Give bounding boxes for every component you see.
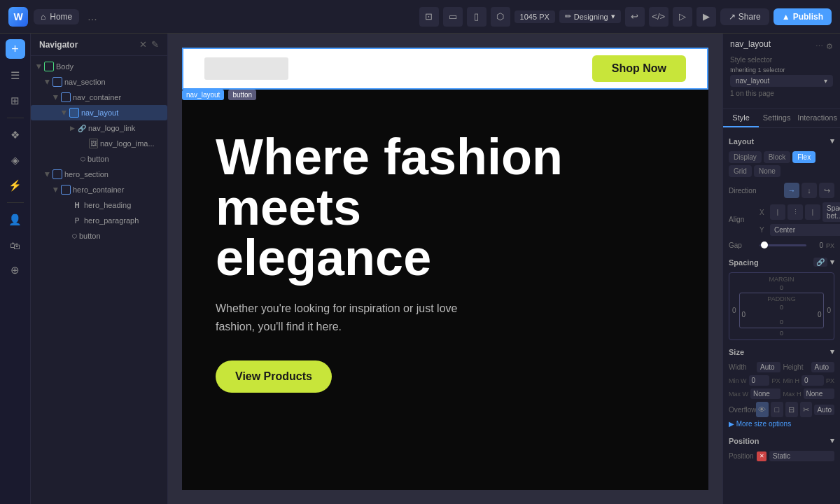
nav-item-hero-container[interactable]: ▶ hero_container [31,182,167,197]
add-element-button[interactable]: + [6,39,25,59]
phone-icon-button[interactable]: ▯ [467,7,486,27]
margin-bottom-value[interactable]: 0 [732,330,831,337]
max-w-input[interactable]: None [750,388,780,399]
home-tab-label: Home [50,12,72,22]
rp-more-icon[interactable]: ⋯ [816,42,823,51]
selector-dropdown-icon: ▾ [824,77,827,85]
overflow-value[interactable]: Auto [814,405,834,415]
ecommerce-icon-button[interactable]: 🛍 [4,234,27,256]
align-x-btn-1[interactable]: | [770,204,785,220]
nav-item-hero-section[interactable]: ▶ hero_section [31,167,167,182]
nav-para-icon: P [72,217,82,225]
users-icon-button[interactable]: 👤 [4,209,27,231]
spacing-link-icon[interactable]: 🔗 [813,258,827,267]
apps-icon-button[interactable]: ⊕ [4,259,27,281]
margin-top-value[interactable]: 0 [732,284,831,291]
dir-btn-right[interactable]: → [784,183,799,198]
height-input[interactable]: Auto [811,362,835,372]
layout-collapse-icon[interactable]: ▾ [830,136,834,146]
assets-icon-button[interactable]: ◈ [4,149,27,172]
nav-arrow-nav-logo-link: ▶ [70,125,75,132]
code-button[interactable]: </> [649,7,668,27]
width-input[interactable]: Auto [757,362,780,372]
align-x-dropdown[interactable]: Space bet... ▾ [822,202,840,222]
min-h-input[interactable]: 0 [802,375,824,386]
overflow-btn-scroll[interactable]: ⊟ [785,402,798,417]
overflow-btn-clip[interactable]: ✂ [800,402,813,417]
navigator-icon-button[interactable]: ☰ [4,64,27,87]
align-x-btn-2[interactable]: ⋮ [788,204,803,220]
nav-box-icon-nav-section [52,77,62,87]
display-btn-display[interactable]: Display [729,151,762,163]
padding-left[interactable]: 0 [742,311,746,318]
align-y-dropdown[interactable]: Center ▾ [770,224,840,236]
size-title-text: Size [729,348,744,356]
position-value[interactable]: Static [769,451,834,461]
shop-now-button[interactable]: Shop Now [592,55,686,82]
canvas-area[interactable]: Shop Now nav_layout button Where fashion… [168,34,722,504]
cms-icon-button[interactable]: ⚡ [4,174,27,197]
nav-item-hero-paragraph[interactable]: P hero_paragraph [31,213,167,228]
display-btn-block[interactable]: Block [764,151,790,163]
view-products-button[interactable]: View Products [216,360,332,393]
overflow-btn-hidden[interactable]: □ [771,402,783,417]
navigator-close-icon[interactable]: ✕ [139,39,147,50]
nav-label-hero-heading: hero_heading [84,201,131,209]
nav-item-hero-heading[interactable]: H hero_heading [31,197,167,213]
preview-wrapper: Shop Now nav_layout button Where fashion… [182,48,708,490]
components-icon-button[interactable]: ❖ [4,124,27,146]
frame-icon-button[interactable]: ⊡ [419,7,439,27]
margin-right-value[interactable]: 0 [827,307,831,314]
position-title-text: Position [729,437,759,445]
max-h-input[interactable]: None [804,388,834,399]
margin-left-value[interactable]: 0 [732,307,736,314]
size-collapse-icon[interactable]: ▾ [830,347,834,356]
padding-right[interactable]: 0 [818,311,822,318]
dir-btn-wrap[interactable]: ↪ [819,183,834,198]
nav-item-nav-layout[interactable]: ▶ nav_layout [31,105,167,120]
position-collapse-icon[interactable]: ▾ [830,436,834,445]
overflow-btn-visible[interactable]: 👁 [756,402,769,417]
align-x-btn-3[interactable]: | [805,204,820,220]
display-btn-none[interactable]: None [754,165,780,177]
padding-top-value[interactable]: 0 [742,304,822,311]
nav-item-body[interactable]: ▶ Body [31,59,167,74]
nav-item-nav-logo-link[interactable]: ▶ 🔗 nav_logo_link [31,120,167,136]
share-button[interactable]: ↗ Share [720,8,769,25]
home-tab[interactable]: ⌂ Home [34,9,79,24]
gap-track[interactable] [760,244,806,246]
position-x-button[interactable]: ✕ [757,451,766,461]
site-hero: Where fashion meets elegance Whether you… [182,90,708,440]
play-button[interactable]: ▶ [696,7,716,27]
padding-bottom-value[interactable]: 0 [742,318,822,326]
nav-arrow-body: ▶ [36,64,43,69]
display-btn-flex[interactable]: Flex [792,151,816,163]
preview-button[interactable]: ▷ [673,7,692,27]
nav-item-nav-logo-img[interactable]: 🖼 nav_logo_ima... [31,136,167,151]
publish-button[interactable]: ▲ Publish [774,8,832,25]
nav-item-button-hero[interactable]: ⬡ button [31,228,167,244]
tab-interactions[interactable]: Interactions [794,109,840,127]
undo-button[interactable]: ↩ [625,7,645,27]
designing-mode[interactable]: ✏ Designing ▾ [559,10,621,23]
min-w-input[interactable]: 0 [749,375,770,386]
nav-item-nav-section[interactable]: ▶ nav_section [31,74,167,90]
pages-icon-button[interactable]: ⊞ [4,90,27,112]
spacing-actions: 🔗 ▾ [813,258,834,267]
nav-arrow-nav-layout: ▶ [61,111,68,115]
dir-btn-down[interactable]: ↓ [802,183,817,198]
tablet-icon-button[interactable]: ▭ [443,7,463,27]
responsive-icon-button[interactable]: ⬡ [491,7,510,27]
display-btn-grid[interactable]: Grid [729,165,752,177]
more-tabs-button[interactable]: ... [85,10,99,23]
nav-item-nav-container[interactable]: ▶ nav_container [31,90,167,105]
more-size-options-link[interactable]: ▶ More size options [729,420,834,428]
nav-item-button-nav[interactable]: ⬡ button [31,151,167,167]
style-selector-value[interactable]: nav_layout ▾ [730,75,833,87]
spacing-collapse-icon[interactable]: ▾ [830,258,834,267]
tab-style[interactable]: Style [723,109,759,127]
rp-settings-icon[interactable]: ⚙ [826,42,833,51]
tab-settings[interactable]: Settings [759,109,794,127]
navigator-edit-icon[interactable]: ✎ [151,39,159,50]
width-row: Width Auto Height Auto [729,362,834,372]
